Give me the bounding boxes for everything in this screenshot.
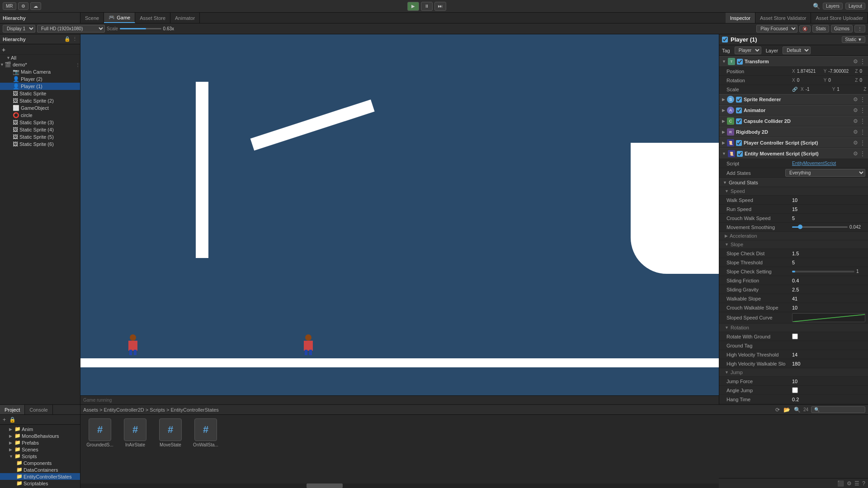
sprite-renderer-header[interactable]: ▶ S Sprite Renderer ⚙ ⋮ <box>719 94 868 105</box>
player-controller-settings-icon[interactable]: ⚙ <box>853 140 858 146</box>
script-ref-link[interactable]: EntityMovementScript <box>792 161 836 166</box>
mute-button[interactable]: 🔇 <box>799 25 811 33</box>
scale-y[interactable]: 1 <box>837 87 862 92</box>
hang-time-value[interactable]: 0.2 <box>792 397 865 402</box>
hierarchy-add-button[interactable]: + <box>2 46 5 53</box>
capsule-collider-more-icon[interactable]: ⋮ <box>860 118 865 124</box>
assets-reveal-button[interactable]: 📂 <box>783 406 791 414</box>
project-add-button[interactable]: + <box>2 416 7 424</box>
rigidbody-header[interactable]: ▶ R Rigidbody 2D ⚙ ⋮ <box>719 127 868 137</box>
assets-search-input[interactable] <box>811 406 865 413</box>
play-focused-select[interactable]: Play Focused <box>756 25 797 33</box>
capsule-collider-checkbox[interactable] <box>736 118 742 124</box>
inspector-tab-inspector[interactable]: Inspector <box>726 13 755 23</box>
player-controller-checkbox[interactable] <box>736 140 742 146</box>
hierarchy-item-circle[interactable]: ⭕ circle <box>0 112 80 119</box>
slope-threshold-value[interactable]: 5 <box>792 260 865 265</box>
player-controller-header[interactable]: ▶ 📜 Player Controller Script (Script) ⚙ … <box>719 137 868 148</box>
object-active-checkbox[interactable] <box>722 37 728 42</box>
layers-button[interactable]: Layers <box>823 3 843 9</box>
position-y[interactable]: -7.900002 <box>828 69 853 74</box>
sloped-speed-curve-container[interactable] <box>792 313 865 322</box>
proj-item-anim[interactable]: ▶ 📁 Anim <box>0 426 80 432</box>
movement-smoothing-slider[interactable] <box>792 226 848 228</box>
hierarchy-more-icon[interactable]: ⋮ <box>72 36 77 42</box>
step-button[interactable]: ⏭ <box>434 2 446 11</box>
sliding-friction-value[interactable]: 0.4 <box>792 278 865 283</box>
jump-force-value[interactable]: 10 <box>792 379 865 384</box>
inspector-tab-validator[interactable]: Asset Store Validator <box>755 13 811 23</box>
asset-onwall-state[interactable]: # OnWallSta... <box>190 418 222 447</box>
walk-speed-value[interactable]: 10 <box>792 197 865 203</box>
resolution-select[interactable]: Full HD (868x488) <box>37 25 105 33</box>
tab-game[interactable]: 🎮 Game <box>104 13 135 23</box>
bottom-scrollbar[interactable] <box>80 483 719 488</box>
slope-check-setting-slider[interactable] <box>792 271 854 272</box>
animator-more-icon[interactable]: ⋮ <box>860 107 865 113</box>
sprite-renderer-settings-icon[interactable]: ⚙ <box>853 96 858 103</box>
ground-stats-header[interactable]: ▼ Ground Stats <box>719 178 868 187</box>
layer-dropdown[interactable]: Default <box>783 47 811 54</box>
asset-inair-state[interactable]: # InAirState <box>119 418 151 447</box>
collab-button[interactable]: ☁ <box>30 2 41 10</box>
play-button[interactable]: ▶ <box>407 2 419 11</box>
transform-checkbox[interactable] <box>737 59 743 65</box>
assets-filter-button[interactable]: 🔍 <box>793 406 802 414</box>
animator-header[interactable]: ▶ A Animator ⚙ ⋮ <box>719 105 868 116</box>
inspector-help-icon[interactable]: ? <box>862 480 865 487</box>
walkable-slope-value[interactable]: 41 <box>792 296 865 301</box>
hierarchy-item-static-sprite4[interactable]: 🖼 Static Sprite (4) <box>0 126 80 133</box>
tab-scene[interactable]: Scene <box>80 13 104 23</box>
animator-checkbox[interactable] <box>736 108 742 113</box>
tab-animator[interactable]: Animator <box>170 13 200 23</box>
hierarchy-item-player1[interactable]: 👤 Player (1) <box>0 83 80 90</box>
proj-item-monobehaviours[interactable]: ▶ 📁 MonoBehaviours <box>0 432 80 439</box>
animator-settings-icon[interactable]: ⚙ <box>853 107 858 113</box>
more-options-button[interactable]: ⋮ <box>854 25 865 33</box>
project-lock-button[interactable]: 🔒 <box>8 416 17 424</box>
asset-grounded-state[interactable]: # GroundedS... <box>84 418 116 447</box>
scale-slider[interactable] <box>120 28 161 29</box>
capsule-collider-header[interactable]: ▶ C Capsule Collider 2D ⚙ ⋮ <box>719 116 868 127</box>
rotate-with-ground-checkbox[interactable] <box>792 333 798 339</box>
static-badge[interactable]: Static ▼ <box>842 36 865 43</box>
console-tab[interactable]: Console <box>25 405 52 414</box>
high-velocity-threshold-value[interactable]: 14 <box>792 352 865 357</box>
rigidbody-more-icon[interactable]: ⋮ <box>860 129 865 135</box>
entity-movement-header[interactable]: ▼ 📜 Entity Movement Script (Script) ⚙ ⋮ <box>719 148 868 159</box>
high-velocity-walkable-slope-value[interactable]: 180 <box>792 361 865 366</box>
hierarchy-item-static-sprite[interactable]: 🖼 Static Sprite <box>0 90 80 97</box>
sliding-gravity-value[interactable]: 2.5 <box>792 287 865 292</box>
hierarchy-item-demo[interactable]: ▼ 🎬 demo* ⋮ <box>0 61 80 68</box>
rotation-x[interactable]: 0 <box>797 78 822 83</box>
player-controller-more-icon[interactable]: ⋮ <box>860 140 865 146</box>
proj-item-prefabs[interactable]: ▶ 📁 Prefabs <box>0 439 80 446</box>
run-speed-value[interactable]: 15 <box>792 206 865 212</box>
entity-movement-checkbox[interactable] <box>737 151 743 157</box>
project-tab[interactable]: Project <box>0 405 25 414</box>
hierarchy-item-all[interactable]: ▼ All <box>0 55 80 61</box>
layout-button[interactable]: Layout <box>845 3 865 9</box>
pause-button[interactable]: ⏸ <box>421 2 433 11</box>
position-z[interactable]: 0 <box>859 69 868 74</box>
hierarchy-item-static-sprite5[interactable]: 🖼 Static Sprite (5) <box>0 133 80 141</box>
gizmos-button[interactable]: Gizmos <box>831 25 853 33</box>
crouch-walkable-slope-value[interactable]: 10 <box>792 305 865 310</box>
position-x[interactable]: 1.874521 <box>797 69 822 74</box>
add-component-icon[interactable]: ⬛ <box>837 480 844 487</box>
entity-movement-more-icon[interactable]: ⋮ <box>860 150 865 157</box>
add-states-dropdown[interactable]: Everything <box>785 169 865 177</box>
rigidbody-settings-icon[interactable]: ⚙ <box>853 129 858 135</box>
hierarchy-item-main-camera[interactable]: 📷 Main Camera <box>0 68 80 75</box>
slope-check-setting-value[interactable]: 1 <box>856 269 865 274</box>
proj-item-datacontainers[interactable]: 📁 DataContainers <box>0 466 80 473</box>
proj-item-scriptables[interactable]: 📁 Scriptables <box>0 480 80 487</box>
proj-item-components[interactable]: 📁 Components <box>0 460 80 466</box>
inspector-layout-icon[interactable]: ☰ <box>854 480 859 487</box>
demo-options-icon[interactable]: ⋮ <box>75 62 80 67</box>
proj-item-scripts[interactable]: ▼ 📁 Scripts <box>0 453 80 460</box>
assets-sync-button[interactable]: ⟳ <box>774 406 781 414</box>
proj-item-scenes[interactable]: ▶ 📁 Scenes <box>0 446 80 453</box>
capsule-collider-settings-icon[interactable]: ⚙ <box>853 118 858 124</box>
hierarchy-item-static-sprite6[interactable]: 🖼 Static Sprite (6) <box>0 141 80 148</box>
